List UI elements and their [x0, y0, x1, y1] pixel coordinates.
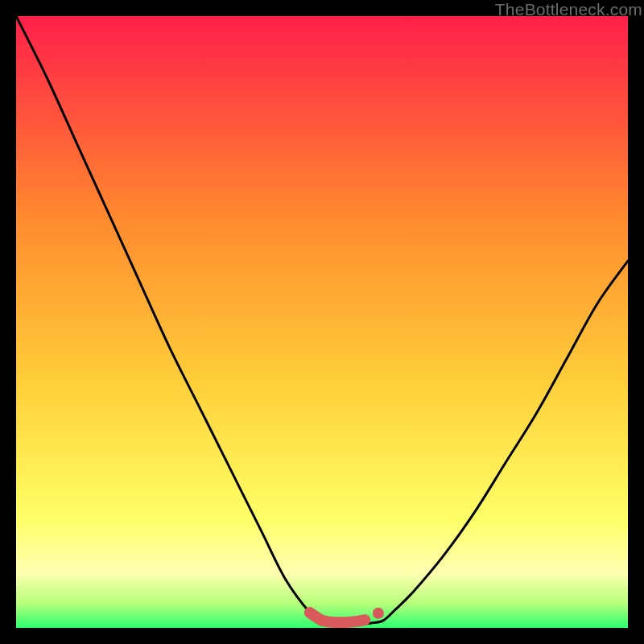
- optimal-range-end-dot: [373, 608, 384, 619]
- bottleneck-chart: [16, 16, 628, 628]
- chart-frame: [16, 16, 628, 628]
- watermark-text: TheBottleneck.com: [495, 0, 642, 19]
- gradient-background: [16, 16, 628, 628]
